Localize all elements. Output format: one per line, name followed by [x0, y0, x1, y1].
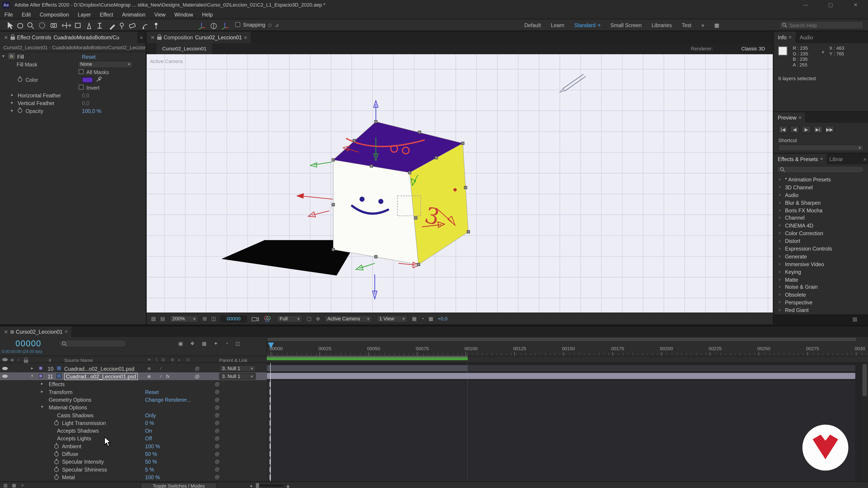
- layer-name[interactable]: Cuadrad...o02_Leccion01.psd: [64, 372, 138, 380]
- viewer-tab[interactable]: Curso02_Leccion01: [157, 43, 212, 54]
- pick-whip-icon[interactable]: @: [215, 420, 219, 425]
- effects-category[interactable]: ›Perspective: [774, 299, 868, 306]
- composition-mini-icon[interactable]: ▣: [178, 341, 183, 346]
- twirl-right-icon[interactable]: ▸: [41, 389, 43, 394]
- pick-whip-icon[interactable]: @: [215, 459, 219, 464]
- pick-whip-icon[interactable]: @: [215, 389, 219, 394]
- effects-category[interactable]: ›Color Correction: [774, 230, 868, 237]
- tool-strip[interactable]: [3, 21, 181, 31]
- twirl-right-icon[interactable]: ▸: [11, 108, 13, 113]
- safe-margins-icon[interactable]: ▤: [160, 316, 165, 321]
- parent-link-column[interactable]: Parent & Link: [219, 357, 248, 363]
- menu-edit[interactable]: Edit: [18, 11, 35, 18]
- timeline-search-box[interactable]: [59, 340, 126, 348]
- pick-whip-icon[interactable]: @: [215, 404, 219, 410]
- zoom-slider-thumb[interactable]: [256, 483, 259, 488]
- close-panel-icon[interactable]: ✕: [4, 329, 8, 334]
- parent-dropdown[interactable]: 3. Null 1▾: [219, 365, 256, 372]
- zoom-out-mountain-icon[interactable]: ▴: [250, 483, 252, 488]
- effects-category[interactable]: ›Expression Controls: [774, 245, 868, 253]
- effects-category[interactable]: ›Distort: [774, 237, 868, 245]
- stopwatch-icon[interactable]: [18, 108, 22, 113]
- invert-checkbox[interactable]: [79, 85, 84, 90]
- pixel-aspect-icon[interactable]: ▦: [412, 316, 416, 321]
- effects-category[interactable]: ›3D Channel: [774, 184, 868, 191]
- effects-category[interactable]: ›Matte: [774, 276, 868, 284]
- timeline-scrollbar[interactable]: [862, 363, 868, 482]
- specular-intensity-row[interactable]: Specular Intensity 50 % @: [0, 457, 4, 464]
- shy-switch[interactable]: ⊕: [147, 366, 151, 371]
- composition-tab[interactable]: ✕ Composition Curso02_Leccion01 ≡: [147, 32, 251, 43]
- snapshot-camera-icon[interactable]: [251, 316, 259, 322]
- expand-transfer-controls-icon[interactable]: ▦: [12, 483, 16, 488]
- fast-previews-icon[interactable]: ◔: [421, 316, 424, 321]
- axis-mode-tools[interactable]: [197, 21, 230, 30]
- parent-dropdown[interactable]: 3. Null 1▾: [219, 373, 256, 380]
- magnification-dropdown[interactable]: 200%▾: [169, 315, 198, 322]
- layer-name[interactable]: Cuadrad...o02_Leccion01.psd: [64, 366, 134, 372]
- menu-effect[interactable]: Effect: [95, 11, 118, 18]
- effects-category[interactable]: ›Obsolete: [774, 291, 868, 299]
- workspace-small-screen[interactable]: Small Screen: [605, 22, 647, 28]
- help-search-input[interactable]: [789, 22, 861, 28]
- visibility-eye-icon[interactable]: [2, 367, 8, 370]
- grid-guides-icon[interactable]: ⊞: [203, 316, 207, 321]
- menu-file[interactable]: File: [0, 11, 18, 18]
- stopwatch-icon[interactable]: [54, 475, 59, 480]
- close-panel-icon[interactable]: ✕: [4, 35, 8, 40]
- menu-composition[interactable]: Composition: [35, 11, 73, 18]
- last-frame-button[interactable]: ▶▶: [825, 126, 834, 133]
- workspace-learn[interactable]: Learn: [546, 22, 569, 28]
- metal-value[interactable]: 100 %: [145, 474, 160, 480]
- light-transmission-value[interactable]: 0 %: [145, 420, 154, 426]
- draft-3d-icon[interactable]: ▦: [202, 341, 207, 346]
- accepts-shadows-value[interactable]: On: [145, 428, 152, 434]
- stopwatch-icon[interactable]: [54, 445, 59, 449]
- twirl-down-icon[interactable]: ▾: [31, 373, 33, 379]
- workspace-libraries[interactable]: Libraries: [647, 22, 677, 28]
- vertical-feather-value[interactable]: 0,0: [82, 100, 89, 106]
- effects-category[interactable]: ›Noise & Grain: [774, 284, 868, 291]
- visibility-eye-icon[interactable]: [2, 375, 8, 378]
- effects-category[interactable]: ›CINEMA 4D: [774, 222, 868, 230]
- panel-menu-icon[interactable]: »: [862, 154, 868, 164]
- pick-whip-icon[interactable]: @: [215, 428, 219, 433]
- pick-whip-icon[interactable]: @: [215, 381, 219, 387]
- play-button[interactable]: ▶: [802, 126, 811, 133]
- stopwatch-icon[interactable]: [54, 467, 59, 472]
- effects-category[interactable]: ›Generate: [774, 253, 868, 260]
- stopwatch-icon[interactable]: [54, 460, 59, 464]
- expand-layer-switches-icon[interactable]: ▥: [3, 483, 8, 488]
- workspace-standard[interactable]: Standard≡: [569, 22, 606, 28]
- horizontal-feather-value[interactable]: 0,0: [82, 92, 89, 98]
- eyedropper-icon[interactable]: [96, 76, 102, 83]
- diffuse-row[interactable]: Diffuse 50 % @: [0, 450, 4, 456]
- effects-category[interactable]: ›Red Giant: [774, 306, 868, 314]
- menu-animation[interactable]: Animation: [118, 11, 150, 18]
- close-button[interactable]: ✕: [843, 0, 868, 10]
- specular-shininess-row[interactable]: Specular Shininess 5 % @: [0, 465, 4, 471]
- stopwatch-icon[interactable]: [54, 421, 59, 426]
- region-of-interest-icon[interactable]: ▢: [307, 316, 311, 321]
- work-area-bar[interactable]: [268, 338, 856, 341]
- stopwatch-icon[interactable]: [18, 77, 22, 82]
- target-icon[interactable]: ⊕: [316, 316, 320, 321]
- metal-row[interactable]: Metal 100 % @: [0, 473, 4, 479]
- composition-viewport[interactable]: Active Camera: [147, 54, 773, 313]
- maximize-button[interactable]: ▢: [818, 0, 843, 10]
- menu-layer[interactable]: Layer: [73, 11, 95, 18]
- layer-row-10[interactable]: ▸ 10 Cuadrad...o02_Leccion01.psd ⊕ ∕ @ 3…: [0, 365, 267, 372]
- fill-mask-dropdown[interactable]: None▾: [78, 61, 133, 68]
- tab-menu-icon[interactable]: ≡: [244, 35, 247, 40]
- twirl-down-icon[interactable]: ▾: [41, 404, 43, 410]
- twirl-right-icon[interactable]: ▸: [41, 381, 43, 386]
- help-search-box[interactable]: [779, 21, 864, 29]
- close-panel-icon[interactable]: ✕: [151, 35, 155, 40]
- label-color-chip[interactable]: [39, 366, 42, 370]
- tab-menu-icon[interactable]: ≡: [65, 329, 67, 334]
- workspace-overflow-icon[interactable]: »: [696, 22, 709, 28]
- zoom-in-mountain-icon[interactable]: ▲: [285, 483, 290, 488]
- graph-editor-icon[interactable]: ◫: [235, 341, 240, 346]
- label-color-chip[interactable]: [39, 374, 42, 378]
- next-frame-button[interactable]: ▶|: [813, 126, 823, 133]
